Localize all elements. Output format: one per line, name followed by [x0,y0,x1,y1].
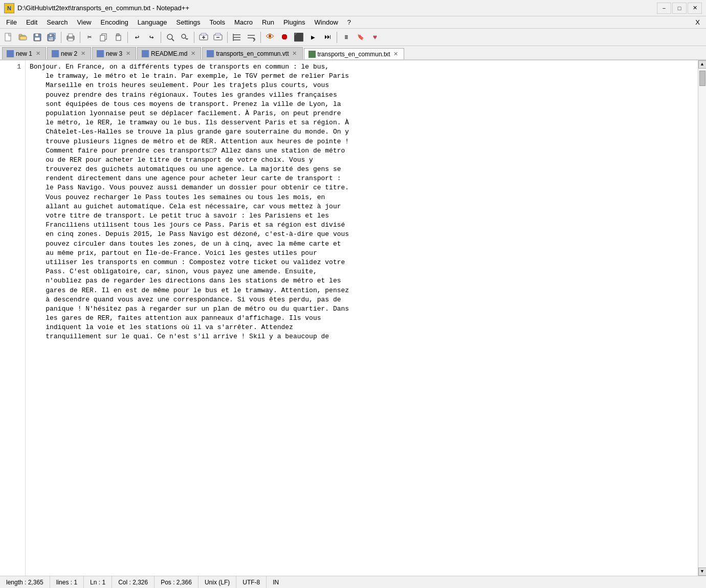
menu-search[interactable]: Search [42,17,72,28]
status-col: Col : 2,326 [112,576,155,589]
tab-bar: new 1 ✕ new 2 ✕ new 3 ✕ README.md ✕ tran… [0,46,706,60]
menu-edit[interactable]: Edit [22,17,41,28]
toolbar-print-button[interactable] [64,31,77,44]
toolbar: ✂ ↩ ↪ 👁 ⏺ ⬛ ▶ ⏭ ≣ 🔖 ♥ [0,29,706,46]
menu-help[interactable]: ? [343,17,355,28]
tab-new2-label: new 2 [61,50,77,57]
tab-new1[interactable]: new 1 ✕ [2,47,46,59]
tab-readme[interactable]: README.md ✕ [137,47,201,59]
toolbar-zoom-out-button[interactable] [211,31,225,44]
toolbar-replace-button[interactable] [178,31,191,44]
menu-window[interactable]: Window [311,17,342,28]
maximize-button[interactable]: □ [672,3,687,14]
svg-point-19 [167,34,172,39]
menu-encoding[interactable]: Encoding [97,17,133,28]
menu-tools[interactable]: Tools [206,17,229,28]
status-pos: Pos : 2,366 [155,576,198,589]
tab-txt-close[interactable]: ✕ [392,51,400,58]
editor-container: 1 Bonjour. En France, on a différents ty… [0,60,706,576]
tab-new2[interactable]: new 2 ✕ [47,47,91,59]
tab-new1-icon [7,50,14,57]
toolbar-sep-5 [194,32,194,43]
tab-readme-close[interactable]: ✕ [189,50,196,57]
tab-readme-icon [142,50,149,57]
svg-rect-6 [35,34,38,36]
svg-rect-24 [201,33,206,35]
menu-bar: File Edit Search View Encoding Language … [0,16,706,29]
svg-rect-16 [100,35,105,41]
svg-rect-28 [215,33,220,35]
tab-new3-icon [97,50,104,57]
toolbar-find-button[interactable] [164,31,177,44]
tab-vtt[interactable]: transports_en_commun.vtt ✕ [202,47,302,59]
menu-settings[interactable]: Settings [172,17,205,28]
menu-view[interactable]: View [73,17,96,28]
toolbar-play-button[interactable]: ▶ [306,31,320,44]
svg-rect-18 [117,34,119,36]
menu-plugins[interactable]: Plugins [279,17,310,28]
scroll-up-arrow[interactable]: ▲ [698,60,707,69]
menu-run[interactable]: Run [258,17,278,28]
tab-txt-label: transports_en_commun.txt [318,51,390,58]
toolbar-redo-button[interactable]: ↪ [145,31,158,44]
menu-language[interactable]: Language [134,17,171,28]
status-ln: Ln : 1 [84,576,112,589]
menu-macro[interactable]: Macro [230,17,257,28]
svg-line-20 [172,39,174,41]
tab-new3-close[interactable]: ✕ [124,50,131,57]
tab-new3[interactable]: new 3 ✕ [92,47,136,59]
toolbar-extra1-button[interactable]: ≣ [340,31,353,44]
editor-text[interactable]: Bonjour. En France, on a différents type… [30,62,694,342]
toolbar-sep-2 [80,32,80,43]
scroll-track[interactable] [699,69,706,568]
toolbar-copy-button[interactable] [97,31,111,44]
toolbar-sep-7 [260,32,261,43]
status-lines: lines : 1 [50,576,84,589]
menu-x-button[interactable]: X [691,17,704,27]
tab-new2-close[interactable]: ✕ [79,50,86,57]
toolbar-save-button[interactable] [31,31,44,44]
status-insert: IN [267,576,285,589]
status-encoding: UTF-8 [236,576,267,589]
window-controls: − □ ✕ [657,3,702,14]
toolbar-stop-button[interactable]: ⬛ [292,31,305,44]
menu-file[interactable]: File [2,17,21,28]
editor-content[interactable]: Bonjour. En France, on a différents type… [26,60,698,576]
toolbar-wrap-button[interactable] [245,31,258,44]
line-number-1: 1 [17,62,21,72]
toolbar-extra2-button[interactable]: 🔖 [354,31,367,44]
toolbar-sep-8 [337,32,337,43]
toolbar-sep-6 [227,32,228,43]
tab-new1-label: new 1 [16,50,32,57]
toolbar-zoom-in-button[interactable] [197,31,210,44]
status-bar: length : 2,365 lines : 1 Ln : 1 Col : 2,… [0,576,706,588]
toolbar-indent-button[interactable] [230,31,244,44]
toolbar-heart-button[interactable]: ♥ [368,31,382,44]
line-numbers: 1 [0,60,26,576]
svg-rect-13 [69,34,73,37]
tab-new1-close[interactable]: ✕ [34,50,41,57]
toolbar-fastfwd-button[interactable]: ⏭ [321,31,334,44]
svg-rect-7 [35,37,40,40]
scroll-down-arrow[interactable]: ▼ [698,568,707,576]
toolbar-eye-button[interactable]: 👁 [263,31,277,44]
toolbar-sep-1 [61,32,61,43]
scroll-thumb[interactable] [699,71,705,86]
tab-vtt-close[interactable]: ✕ [291,50,298,57]
toolbar-record-button[interactable]: ⏺ [278,31,291,44]
status-eol: Unix (LF) [198,576,236,589]
toolbar-open-button[interactable] [16,31,30,44]
tab-readme-label: README.md [151,50,187,57]
toolbar-new-button[interactable] [2,31,15,44]
toolbar-cut-button[interactable]: ✂ [83,31,96,44]
vertical-scrollbar[interactable]: ▲ ▼ [698,60,706,576]
svg-point-21 [182,34,186,38]
minimize-button[interactable]: − [657,3,671,14]
close-button[interactable]: ✕ [688,3,702,14]
app-icon: N [4,3,14,13]
toolbar-sep-4 [161,32,161,43]
tab-txt[interactable]: transports_en_commun.txt ✕ [304,48,404,60]
toolbar-paste-button[interactable] [112,31,125,44]
toolbar-undo-button[interactable]: ↩ [130,31,144,44]
toolbar-save-all-button[interactable] [45,31,58,44]
